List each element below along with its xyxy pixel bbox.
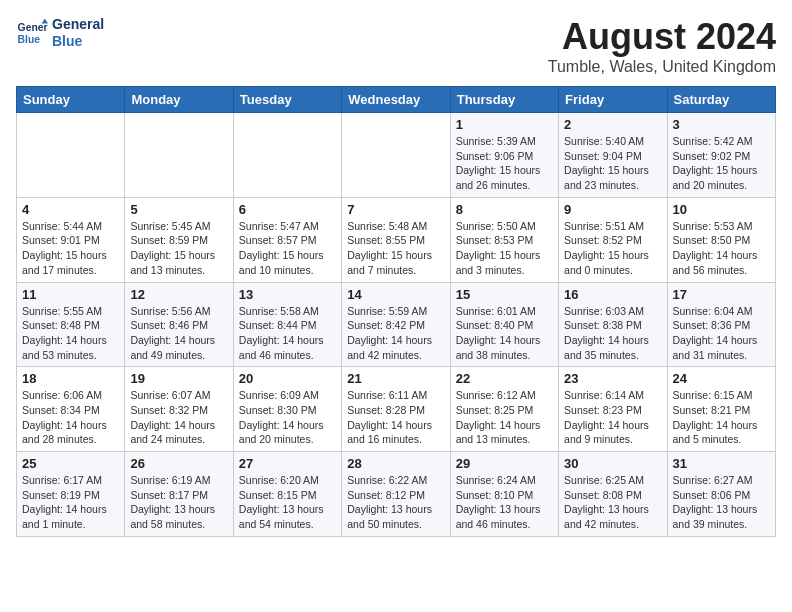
day-info: Sunrise: 5:47 AM Sunset: 8:57 PM Dayligh… xyxy=(239,219,336,278)
page-header: General Blue General Blue August 2024 Tu… xyxy=(16,16,776,76)
day-info: Sunrise: 6:17 AM Sunset: 8:19 PM Dayligh… xyxy=(22,473,119,532)
day-number: 28 xyxy=(347,456,444,471)
day-number: 12 xyxy=(130,287,227,302)
day-info: Sunrise: 6:20 AM Sunset: 8:15 PM Dayligh… xyxy=(239,473,336,532)
logo-line1: General xyxy=(52,16,104,33)
day-info: Sunrise: 5:56 AM Sunset: 8:46 PM Dayligh… xyxy=(130,304,227,363)
week-row-4: 18Sunrise: 6:06 AM Sunset: 8:34 PM Dayli… xyxy=(17,367,776,452)
day-cell: 5Sunrise: 5:45 AM Sunset: 8:59 PM Daylig… xyxy=(125,197,233,282)
week-row-2: 4Sunrise: 5:44 AM Sunset: 9:01 PM Daylig… xyxy=(17,197,776,282)
day-number: 19 xyxy=(130,371,227,386)
day-number: 23 xyxy=(564,371,661,386)
day-info: Sunrise: 6:22 AM Sunset: 8:12 PM Dayligh… xyxy=(347,473,444,532)
day-number: 20 xyxy=(239,371,336,386)
day-cell: 23Sunrise: 6:14 AM Sunset: 8:23 PM Dayli… xyxy=(559,367,667,452)
day-number: 31 xyxy=(673,456,770,471)
day-cell: 3Sunrise: 5:42 AM Sunset: 9:02 PM Daylig… xyxy=(667,113,775,198)
day-cell xyxy=(233,113,341,198)
day-info: Sunrise: 5:39 AM Sunset: 9:06 PM Dayligh… xyxy=(456,134,553,193)
weekday-header-sunday: Sunday xyxy=(17,87,125,113)
day-info: Sunrise: 6:15 AM Sunset: 8:21 PM Dayligh… xyxy=(673,388,770,447)
day-number: 26 xyxy=(130,456,227,471)
svg-marker-2 xyxy=(42,18,48,23)
day-cell: 4Sunrise: 5:44 AM Sunset: 9:01 PM Daylig… xyxy=(17,197,125,282)
day-info: Sunrise: 6:12 AM Sunset: 8:25 PM Dayligh… xyxy=(456,388,553,447)
day-info: Sunrise: 5:44 AM Sunset: 9:01 PM Dayligh… xyxy=(22,219,119,278)
day-number: 9 xyxy=(564,202,661,217)
weekday-header-friday: Friday xyxy=(559,87,667,113)
day-cell: 31Sunrise: 6:27 AM Sunset: 8:06 PM Dayli… xyxy=(667,452,775,537)
day-cell: 30Sunrise: 6:25 AM Sunset: 8:08 PM Dayli… xyxy=(559,452,667,537)
day-number: 4 xyxy=(22,202,119,217)
day-cell: 25Sunrise: 6:17 AM Sunset: 8:19 PM Dayli… xyxy=(17,452,125,537)
day-cell: 9Sunrise: 5:51 AM Sunset: 8:52 PM Daylig… xyxy=(559,197,667,282)
day-number: 18 xyxy=(22,371,119,386)
logo-line2: Blue xyxy=(52,33,104,50)
day-cell xyxy=(17,113,125,198)
logo-icon: General Blue xyxy=(16,17,48,49)
day-cell: 28Sunrise: 6:22 AM Sunset: 8:12 PM Dayli… xyxy=(342,452,450,537)
calendar-table: SundayMondayTuesdayWednesdayThursdayFrid… xyxy=(16,86,776,537)
week-row-5: 25Sunrise: 6:17 AM Sunset: 8:19 PM Dayli… xyxy=(17,452,776,537)
day-info: Sunrise: 6:03 AM Sunset: 8:38 PM Dayligh… xyxy=(564,304,661,363)
day-cell: 20Sunrise: 6:09 AM Sunset: 8:30 PM Dayli… xyxy=(233,367,341,452)
day-number: 29 xyxy=(456,456,553,471)
logo: General Blue General Blue xyxy=(16,16,104,50)
day-info: Sunrise: 6:19 AM Sunset: 8:17 PM Dayligh… xyxy=(130,473,227,532)
day-number: 5 xyxy=(130,202,227,217)
weekday-header-monday: Monday xyxy=(125,87,233,113)
day-number: 3 xyxy=(673,117,770,132)
day-cell: 13Sunrise: 5:58 AM Sunset: 8:44 PM Dayli… xyxy=(233,282,341,367)
day-number: 30 xyxy=(564,456,661,471)
day-cell: 10Sunrise: 5:53 AM Sunset: 8:50 PM Dayli… xyxy=(667,197,775,282)
day-number: 6 xyxy=(239,202,336,217)
day-info: Sunrise: 6:25 AM Sunset: 8:08 PM Dayligh… xyxy=(564,473,661,532)
day-cell: 29Sunrise: 6:24 AM Sunset: 8:10 PM Dayli… xyxy=(450,452,558,537)
title-block: August 2024 Tumble, Wales, United Kingdo… xyxy=(548,16,776,76)
day-info: Sunrise: 5:48 AM Sunset: 8:55 PM Dayligh… xyxy=(347,219,444,278)
day-number: 21 xyxy=(347,371,444,386)
day-number: 13 xyxy=(239,287,336,302)
day-info: Sunrise: 6:24 AM Sunset: 8:10 PM Dayligh… xyxy=(456,473,553,532)
weekday-header-thursday: Thursday xyxy=(450,87,558,113)
day-info: Sunrise: 5:40 AM Sunset: 9:04 PM Dayligh… xyxy=(564,134,661,193)
day-info: Sunrise: 5:55 AM Sunset: 8:48 PM Dayligh… xyxy=(22,304,119,363)
day-info: Sunrise: 5:51 AM Sunset: 8:52 PM Dayligh… xyxy=(564,219,661,278)
day-info: Sunrise: 6:01 AM Sunset: 8:40 PM Dayligh… xyxy=(456,304,553,363)
day-number: 2 xyxy=(564,117,661,132)
day-cell: 15Sunrise: 6:01 AM Sunset: 8:40 PM Dayli… xyxy=(450,282,558,367)
day-cell: 21Sunrise: 6:11 AM Sunset: 8:28 PM Dayli… xyxy=(342,367,450,452)
day-info: Sunrise: 6:07 AM Sunset: 8:32 PM Dayligh… xyxy=(130,388,227,447)
day-info: Sunrise: 5:50 AM Sunset: 8:53 PM Dayligh… xyxy=(456,219,553,278)
day-number: 8 xyxy=(456,202,553,217)
day-cell: 19Sunrise: 6:07 AM Sunset: 8:32 PM Dayli… xyxy=(125,367,233,452)
day-number: 22 xyxy=(456,371,553,386)
day-cell xyxy=(342,113,450,198)
day-number: 7 xyxy=(347,202,444,217)
day-cell: 2Sunrise: 5:40 AM Sunset: 9:04 PM Daylig… xyxy=(559,113,667,198)
day-cell: 14Sunrise: 5:59 AM Sunset: 8:42 PM Dayli… xyxy=(342,282,450,367)
day-cell: 22Sunrise: 6:12 AM Sunset: 8:25 PM Dayli… xyxy=(450,367,558,452)
day-info: Sunrise: 5:42 AM Sunset: 9:02 PM Dayligh… xyxy=(673,134,770,193)
day-cell xyxy=(125,113,233,198)
day-cell: 1Sunrise: 5:39 AM Sunset: 9:06 PM Daylig… xyxy=(450,113,558,198)
day-info: Sunrise: 6:27 AM Sunset: 8:06 PM Dayligh… xyxy=(673,473,770,532)
week-row-3: 11Sunrise: 5:55 AM Sunset: 8:48 PM Dayli… xyxy=(17,282,776,367)
day-number: 25 xyxy=(22,456,119,471)
day-cell: 11Sunrise: 5:55 AM Sunset: 8:48 PM Dayli… xyxy=(17,282,125,367)
day-number: 27 xyxy=(239,456,336,471)
week-row-1: 1Sunrise: 5:39 AM Sunset: 9:06 PM Daylig… xyxy=(17,113,776,198)
day-number: 16 xyxy=(564,287,661,302)
day-info: Sunrise: 6:14 AM Sunset: 8:23 PM Dayligh… xyxy=(564,388,661,447)
day-number: 11 xyxy=(22,287,119,302)
day-cell: 12Sunrise: 5:56 AM Sunset: 8:46 PM Dayli… xyxy=(125,282,233,367)
svg-text:General: General xyxy=(18,22,48,33)
day-cell: 8Sunrise: 5:50 AM Sunset: 8:53 PM Daylig… xyxy=(450,197,558,282)
location-subtitle: Tumble, Wales, United Kingdom xyxy=(548,58,776,76)
weekday-header-saturday: Saturday xyxy=(667,87,775,113)
day-cell: 26Sunrise: 6:19 AM Sunset: 8:17 PM Dayli… xyxy=(125,452,233,537)
day-number: 1 xyxy=(456,117,553,132)
day-cell: 24Sunrise: 6:15 AM Sunset: 8:21 PM Dayli… xyxy=(667,367,775,452)
day-info: Sunrise: 5:53 AM Sunset: 8:50 PM Dayligh… xyxy=(673,219,770,278)
day-number: 15 xyxy=(456,287,553,302)
